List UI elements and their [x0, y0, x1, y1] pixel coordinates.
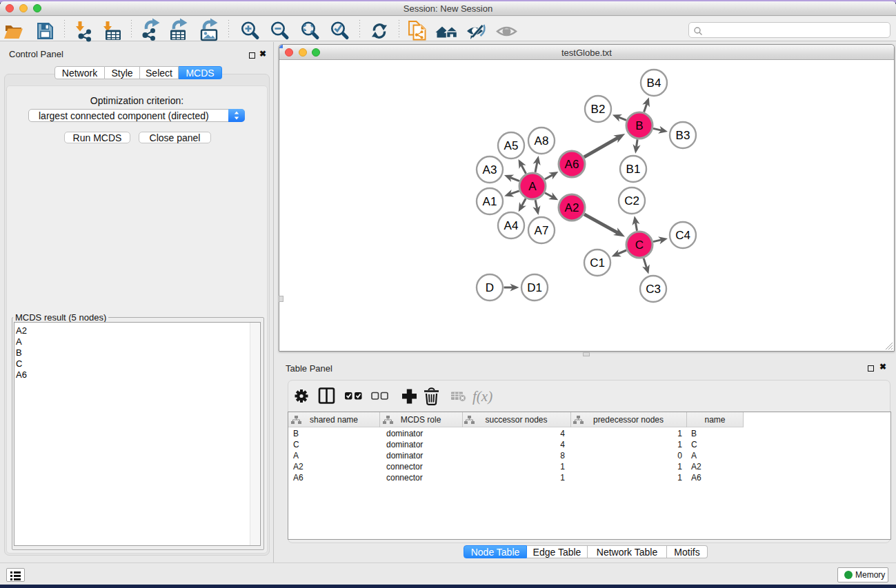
svg-text:A7: A7	[535, 224, 549, 237]
svg-text:A2: A2	[565, 201, 579, 214]
svg-text:B2: B2	[591, 103, 606, 116]
svg-text:A8: A8	[535, 134, 549, 148]
svg-text:A3: A3	[483, 163, 497, 176]
svg-text:B: B	[635, 119, 643, 132]
svg-text:A5: A5	[504, 139, 519, 152]
svg-text:B1: B1	[626, 163, 641, 176]
svg-text:A6: A6	[565, 158, 579, 171]
svg-text:f(x): f(x)	[472, 388, 492, 405]
svg-text:C4: C4	[675, 229, 690, 242]
svg-text:C1: C1	[590, 256, 605, 270]
svg-text:D: D	[486, 281, 494, 294]
svg-text:B3: B3	[676, 129, 690, 142]
svg-text:C2: C2	[624, 194, 639, 207]
svg-text:C3: C3	[646, 283, 661, 296]
svg-text:A4: A4	[504, 219, 519, 232]
svg-text:D1: D1	[527, 281, 542, 294]
svg-text:C: C	[635, 239, 644, 252]
svg-text:B4: B4	[647, 77, 661, 90]
svg-text:A: A	[528, 180, 537, 193]
svg-text:A1: A1	[483, 195, 497, 208]
